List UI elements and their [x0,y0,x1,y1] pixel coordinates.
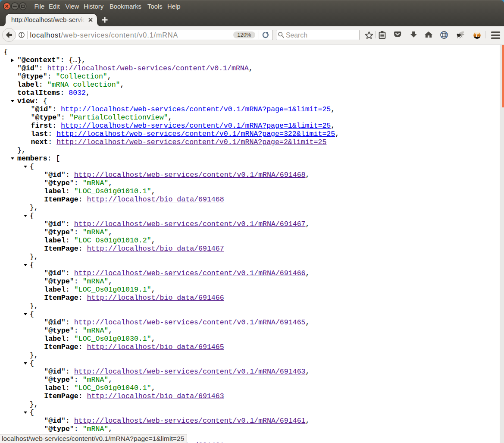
svg-text:L: L [475,32,479,38]
